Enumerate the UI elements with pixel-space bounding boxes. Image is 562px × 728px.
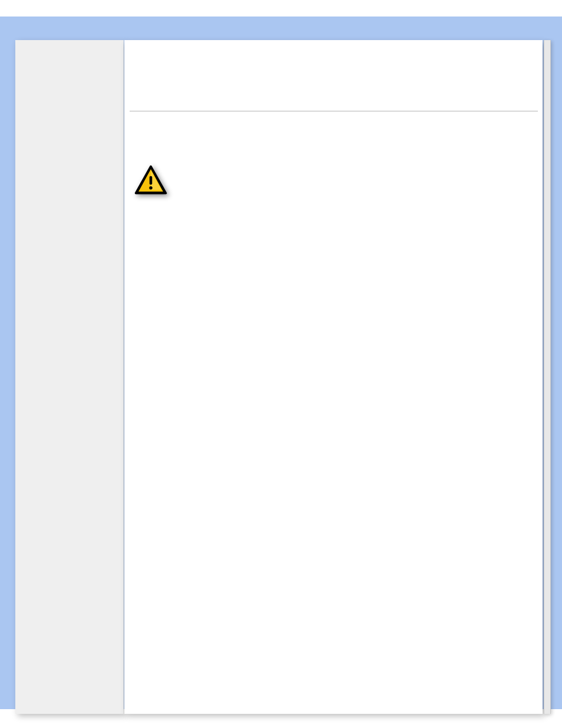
- warning-icon: [134, 165, 169, 197]
- svg-point-1: [149, 186, 152, 189]
- svg-rect-0: [150, 176, 153, 185]
- sidebar-panel: [15, 40, 124, 714]
- scrollbar-track[interactable]: [544, 40, 551, 714]
- main-content-panel: [124, 40, 543, 714]
- content-divider: [130, 111, 538, 111]
- page-background: [0, 17, 562, 709]
